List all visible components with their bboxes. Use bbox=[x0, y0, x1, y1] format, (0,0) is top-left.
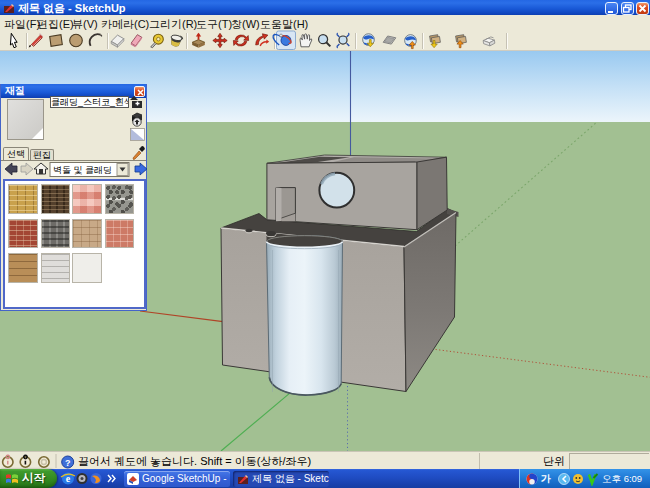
svg-text:?: ? bbox=[65, 458, 71, 468]
